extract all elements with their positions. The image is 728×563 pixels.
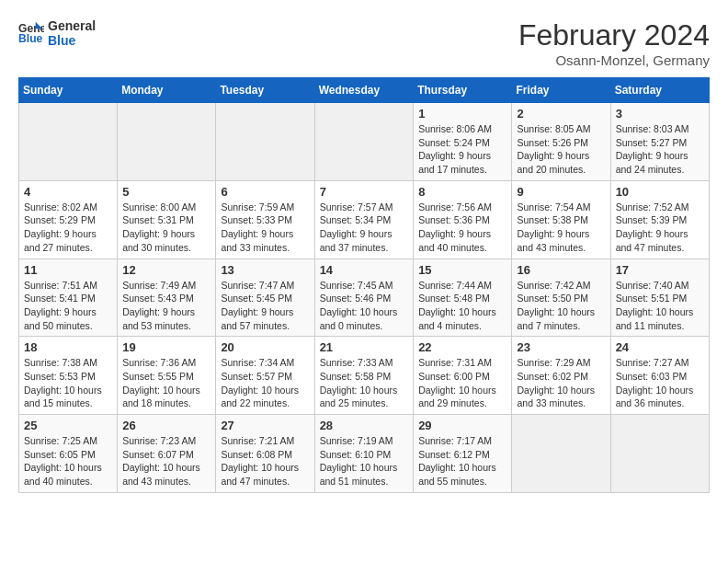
day-info: Sunrise: 7:59 AM Sunset: 5:33 PM Dayligh…: [221, 201, 309, 255]
day-number: 14: [320, 263, 409, 277]
day-cell: 3Sunrise: 8:03 AM Sunset: 5:27 PM Daylig…: [610, 103, 709, 181]
day-number: 29: [418, 419, 506, 432]
logo-blue: Blue: [48, 33, 96, 48]
day-cell: 27Sunrise: 7:21 AM Sunset: 6:08 PM Dayli…: [216, 415, 314, 493]
day-cell: 12Sunrise: 7:49 AM Sunset: 5:43 PM Dayli…: [118, 259, 216, 337]
day-info: Sunrise: 7:25 AM Sunset: 6:05 PM Dayligh…: [24, 434, 112, 488]
day-info: Sunrise: 7:34 AM Sunset: 5:57 PM Dayligh…: [221, 356, 309, 410]
title-block: February 2024 Osann-Monzel, Germany: [518, 18, 710, 68]
col-header-saturday: Saturday: [610, 78, 709, 103]
day-cell: [512, 415, 610, 493]
day-info: Sunrise: 7:36 AM Sunset: 5:55 PM Dayligh…: [122, 356, 210, 410]
day-cell: 9Sunrise: 7:54 AM Sunset: 5:38 PM Daylig…: [512, 180, 610, 259]
week-row-5: 25Sunrise: 7:25 AM Sunset: 6:05 PM Dayli…: [19, 415, 710, 493]
day-number: 2: [517, 107, 605, 121]
day-number: 18: [24, 340, 112, 354]
day-info: Sunrise: 7:29 AM Sunset: 6:02 PM Dayligh…: [517, 356, 605, 410]
day-info: Sunrise: 8:02 AM Sunset: 5:29 PM Dayligh…: [24, 201, 112, 255]
day-cell: 23Sunrise: 7:29 AM Sunset: 6:02 PM Dayli…: [512, 337, 610, 415]
week-row-2: 4Sunrise: 8:02 AM Sunset: 5:29 PM Daylig…: [19, 180, 710, 259]
day-info: Sunrise: 7:51 AM Sunset: 5:41 PM Dayligh…: [24, 279, 112, 333]
day-info: Sunrise: 7:19 AM Sunset: 6:10 PM Dayligh…: [320, 434, 409, 488]
day-number: 1: [418, 107, 506, 121]
month-year-title: February 2024: [518, 18, 710, 52]
day-cell: 10Sunrise: 7:52 AM Sunset: 5:39 PM Dayli…: [610, 180, 709, 259]
day-cell: 25Sunrise: 7:25 AM Sunset: 6:05 PM Dayli…: [19, 415, 118, 493]
day-info: Sunrise: 7:56 AM Sunset: 5:36 PM Dayligh…: [418, 201, 506, 255]
day-cell: 13Sunrise: 7:47 AM Sunset: 5:45 PM Dayli…: [216, 259, 314, 337]
day-info: Sunrise: 8:00 AM Sunset: 5:31 PM Dayligh…: [122, 201, 210, 255]
day-info: Sunrise: 7:23 AM Sunset: 6:07 PM Dayligh…: [122, 434, 210, 488]
day-info: Sunrise: 7:31 AM Sunset: 6:00 PM Dayligh…: [418, 356, 506, 410]
day-info: Sunrise: 7:38 AM Sunset: 5:53 PM Dayligh…: [24, 356, 112, 410]
day-number: 25: [24, 419, 112, 432]
day-number: 12: [122, 263, 210, 277]
week-row-4: 18Sunrise: 7:38 AM Sunset: 5:53 PM Dayli…: [19, 337, 710, 415]
day-cell: [610, 415, 709, 493]
day-number: 21: [320, 340, 409, 354]
day-cell: 19Sunrise: 7:36 AM Sunset: 5:55 PM Dayli…: [118, 337, 216, 415]
week-row-3: 11Sunrise: 7:51 AM Sunset: 5:41 PM Dayli…: [19, 259, 710, 337]
day-info: Sunrise: 8:06 AM Sunset: 5:24 PM Dayligh…: [418, 122, 506, 177]
day-number: 7: [320, 185, 409, 199]
day-info: Sunrise: 7:42 AM Sunset: 5:50 PM Dayligh…: [517, 279, 605, 333]
day-info: Sunrise: 7:44 AM Sunset: 5:48 PM Dayligh…: [418, 279, 506, 333]
col-header-monday: Monday: [118, 78, 216, 103]
day-number: 26: [122, 419, 210, 432]
day-number: 19: [122, 340, 210, 354]
svg-text:Blue: Blue: [18, 32, 43, 45]
day-info: Sunrise: 7:40 AM Sunset: 5:51 PM Dayligh…: [616, 279, 704, 333]
day-number: 23: [517, 340, 605, 354]
logo-icon: General Blue: [18, 20, 44, 46]
day-number: 11: [24, 263, 112, 277]
col-header-thursday: Thursday: [414, 78, 512, 103]
day-info: Sunrise: 7:21 AM Sunset: 6:08 PM Dayligh…: [221, 434, 309, 488]
day-cell: 20Sunrise: 7:34 AM Sunset: 5:57 PM Dayli…: [216, 337, 314, 415]
day-cell: [118, 103, 216, 181]
day-cell: [216, 103, 314, 181]
day-number: 6: [221, 185, 309, 199]
location-subtitle: Osann-Monzel, Germany: [518, 52, 710, 68]
day-info: Sunrise: 7:27 AM Sunset: 6:03 PM Dayligh…: [616, 356, 704, 410]
day-info: Sunrise: 7:33 AM Sunset: 5:58 PM Dayligh…: [320, 356, 409, 410]
day-cell: 16Sunrise: 7:42 AM Sunset: 5:50 PM Dayli…: [512, 259, 610, 337]
day-number: 5: [122, 185, 210, 199]
day-number: 22: [418, 340, 506, 354]
day-cell: 24Sunrise: 7:27 AM Sunset: 6:03 PM Dayli…: [610, 337, 709, 415]
day-info: Sunrise: 7:49 AM Sunset: 5:43 PM Dayligh…: [122, 279, 210, 333]
col-header-wednesday: Wednesday: [314, 78, 414, 103]
day-info: Sunrise: 7:17 AM Sunset: 6:12 PM Dayligh…: [418, 434, 506, 488]
day-info: Sunrise: 8:03 AM Sunset: 5:27 PM Dayligh…: [616, 122, 704, 177]
day-cell: 8Sunrise: 7:56 AM Sunset: 5:36 PM Daylig…: [414, 180, 512, 259]
day-number: 28: [320, 419, 409, 432]
col-header-tuesday: Tuesday: [216, 78, 314, 103]
day-info: Sunrise: 7:47 AM Sunset: 5:45 PM Dayligh…: [221, 279, 309, 333]
day-cell: 17Sunrise: 7:40 AM Sunset: 5:51 PM Dayli…: [610, 259, 709, 337]
day-number: 8: [418, 185, 506, 199]
day-info: Sunrise: 7:57 AM Sunset: 5:34 PM Dayligh…: [320, 201, 409, 255]
day-cell: 26Sunrise: 7:23 AM Sunset: 6:07 PM Dayli…: [118, 415, 216, 493]
day-number: 20: [221, 340, 309, 354]
day-cell: 1Sunrise: 8:06 AM Sunset: 5:24 PM Daylig…: [414, 103, 512, 181]
day-cell: 4Sunrise: 8:02 AM Sunset: 5:29 PM Daylig…: [19, 180, 118, 259]
day-cell: 22Sunrise: 7:31 AM Sunset: 6:00 PM Dayli…: [414, 337, 512, 415]
day-cell: 5Sunrise: 8:00 AM Sunset: 5:31 PM Daylig…: [118, 180, 216, 259]
day-number: 10: [616, 185, 704, 199]
day-cell: 21Sunrise: 7:33 AM Sunset: 5:58 PM Dayli…: [314, 337, 414, 415]
day-info: Sunrise: 7:52 AM Sunset: 5:39 PM Dayligh…: [616, 201, 704, 255]
day-cell: [314, 103, 414, 181]
day-info: Sunrise: 8:05 AM Sunset: 5:26 PM Dayligh…: [517, 122, 605, 177]
day-number: 4: [24, 185, 112, 199]
day-cell: 29Sunrise: 7:17 AM Sunset: 6:12 PM Dayli…: [414, 415, 512, 493]
day-cell: [19, 103, 118, 181]
day-number: 24: [616, 340, 704, 354]
col-header-friday: Friday: [512, 78, 610, 103]
week-row-1: 1Sunrise: 8:06 AM Sunset: 5:24 PM Daylig…: [19, 103, 710, 181]
logo-general: General: [48, 18, 96, 33]
day-info: Sunrise: 7:45 AM Sunset: 5:46 PM Dayligh…: [320, 279, 409, 333]
day-number: 13: [221, 263, 309, 277]
day-cell: 15Sunrise: 7:44 AM Sunset: 5:48 PM Dayli…: [414, 259, 512, 337]
day-cell: 2Sunrise: 8:05 AM Sunset: 5:26 PM Daylig…: [512, 103, 610, 181]
day-info: Sunrise: 7:54 AM Sunset: 5:38 PM Dayligh…: [517, 201, 605, 255]
day-number: 3: [616, 107, 704, 121]
